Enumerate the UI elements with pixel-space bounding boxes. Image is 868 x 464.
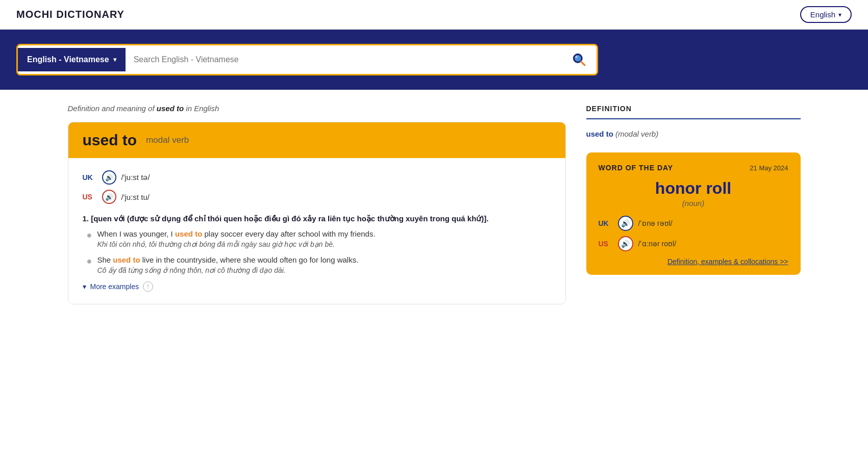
bullet-icon: ● (87, 256, 92, 267)
definition-section: 1. [quen với (được sử dụng để chỉ thói q… (83, 214, 551, 292)
search-input[interactable] (126, 48, 562, 71)
examples-list: ● When I was younger, I used to play soc… (83, 229, 551, 274)
wotd-uk-label: UK (599, 219, 613, 227)
language-selector-button[interactable]: English ▾ (800, 6, 852, 23)
wotd-label: WORD OF THE DAY (599, 164, 674, 172)
def-number-label: 1. (83, 214, 89, 223)
example-before-2: She (97, 255, 113, 264)
example-translation-1: Khi tôi còn nhỏ, tôi thường chơi bóng đá… (97, 240, 375, 248)
uk-pronunciation-row: UK 🔊 /'ju:st tə/ (83, 170, 551, 185)
us-speaker-button[interactable]: 🔊 (102, 190, 116, 204)
wotd-date: 21 May 2024 (750, 164, 788, 172)
logo: MOCHI DICTIONARY (16, 9, 125, 20)
right-def-item: used to (modal verb) (586, 130, 801, 138)
us-pronunciation-row: US 🔊 /'ju:st tu/ (83, 190, 551, 204)
example-translation-2: Cô ấy đã từng sống ở nông thôn, nơi cô t… (97, 266, 358, 274)
main-content: Definition and meaning of used to in Eng… (52, 90, 817, 319)
word-card: used to modal verb UK 🔊 /'ju:st tə/ US 🔊 (68, 122, 566, 304)
definition-heading: DEFINITION (586, 105, 632, 113)
svg-point-1 (575, 55, 581, 62)
example-after-2: live in the countryside, where she would… (140, 255, 359, 264)
wotd-definition-link[interactable]: Definition, examples & collocations >> (599, 257, 788, 266)
top-nav: MOCHI DICTIONARY English ▾ (0, 0, 868, 30)
language-label: English (810, 10, 835, 19)
right-column: DEFINITION used to (modal verb) WORD OF … (586, 104, 801, 304)
word-title: used to (83, 132, 137, 149)
left-column: Definition and meaning of used to in Eng… (68, 104, 566, 304)
search-icon (570, 50, 588, 69)
subtitle-prefix: Definition and meaning of (68, 104, 157, 113)
svg-point-2 (575, 56, 578, 58)
svg-line-3 (581, 62, 585, 65)
wotd-us-speaker-button[interactable]: 🔊 (618, 236, 633, 251)
chevron-down-icon: ▾ (113, 56, 116, 63)
info-icon: ! (143, 281, 153, 292)
more-examples-button[interactable]: ▾ More examples ! (83, 281, 551, 292)
example-content: When I was younger, I used to play socce… (97, 229, 375, 248)
word-body: UK 🔊 /'ju:st tə/ US 🔊 /'ju:st tu/ (68, 158, 565, 304)
uk-pron-text: /'ju:st tə/ (121, 173, 150, 182)
dict-selector-label: English - Vietnamese (27, 55, 109, 64)
example-content: She used to live in the countryside, whe… (97, 255, 358, 274)
example-item: ● She used to live in the countryside, w… (87, 255, 551, 274)
right-definition-section: DEFINITION (586, 104, 801, 119)
wotd-uk-pron-row: UK 🔊 /ˈɒnə rəʊl/ (599, 216, 788, 231)
speaker-icon: 🔊 (102, 190, 116, 204)
wotd-uk-pron: /ˈɒnə rəʊl/ (638, 219, 673, 227)
wotd-us-pron-row: US 🔊 /ˈɑ:nər roʊl/ (599, 236, 788, 251)
subtitle: Definition and meaning of used to in Eng… (68, 104, 566, 113)
word-pos: modal verb (146, 135, 189, 145)
search-button[interactable] (562, 45, 597, 74)
example-text-1: When I was younger, I used to play socce… (97, 229, 375, 238)
def-pos-label: (modal verb) (615, 130, 658, 138)
word-of-the-day-card: WORD OF THE DAY 21 May 2024 honor roll (… (586, 152, 801, 275)
wotd-us-label: US (599, 240, 613, 248)
wotd-pos: (noun) (599, 199, 788, 208)
def-word-link[interactable]: used to (586, 130, 613, 138)
bullet-icon: ● (87, 230, 92, 241)
example-after-1: play soccer every day after school with … (202, 229, 375, 238)
example-text-2: She used to live in the countryside, whe… (97, 255, 358, 264)
uk-speaker-button[interactable]: 🔊 (102, 170, 116, 185)
definition-text: [quen với (được sử dụng để chỉ thói quen… (91, 214, 488, 223)
uk-label: UK (83, 173, 97, 182)
example-before-1: When I was younger, I (97, 229, 175, 238)
search-bar: English - Vietnamese ▾ (16, 44, 598, 75)
example-highlight-2: used to (113, 255, 140, 264)
example-item: ● When I was younger, I used to play soc… (87, 229, 551, 248)
wotd-uk-speaker-button[interactable]: 🔊 (618, 216, 633, 231)
dictionary-selector[interactable]: English - Vietnamese ▾ (18, 48, 126, 71)
wotd-word: honor roll (599, 179, 788, 198)
search-section: English - Vietnamese ▾ (0, 30, 868, 90)
us-pron-text: /'ju:st tu/ (121, 193, 150, 201)
wotd-header: WORD OF THE DAY 21 May 2024 (599, 164, 788, 172)
chevron-down-icon: ▾ (838, 11, 841, 18)
wotd-us-pron: /ˈɑ:nər roʊl/ (638, 240, 677, 248)
more-examples-label: More examples (90, 282, 139, 291)
subtitle-suffix: in English (184, 104, 219, 113)
subtitle-word: used to (157, 104, 184, 113)
word-header: used to modal verb (68, 122, 565, 158)
example-highlight-1: used to (175, 229, 202, 238)
definition-number: 1. [quen với (được sử dụng để chỉ thói q… (83, 214, 551, 223)
arrow-icon: ▾ (83, 282, 86, 291)
us-label: US (83, 193, 97, 201)
speaker-icon: 🔊 (102, 170, 116, 185)
